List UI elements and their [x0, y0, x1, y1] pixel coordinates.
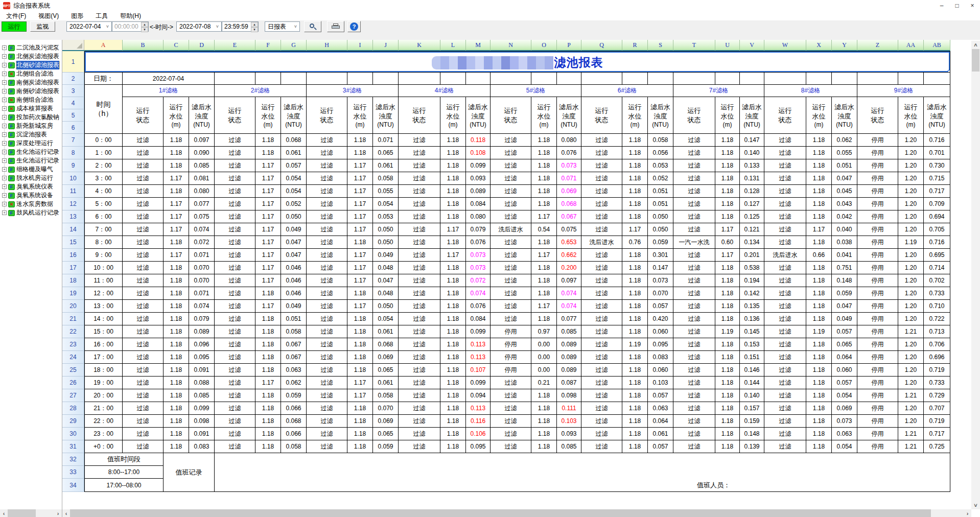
cell[interactable]: 1.17: [255, 274, 281, 287]
cell[interactable]: 1.18: [440, 300, 466, 313]
cell[interactable]: 1.18: [531, 134, 557, 147]
cell[interactable]: 0.066: [281, 402, 307, 415]
cell[interactable]: 0.074: [466, 287, 491, 300]
cell[interactable]: 停用: [857, 402, 898, 415]
cell[interactable]: 0.073: [466, 249, 491, 262]
cell[interactable]: 0.717: [924, 428, 950, 440]
cell[interactable]: 过滤: [399, 210, 440, 223]
cell[interactable]: 0.075: [557, 223, 581, 236]
expand-icon[interactable]: +: [2, 115, 7, 120]
cell[interactable]: 停用: [857, 440, 898, 453]
cell[interactable]: 过滤: [764, 134, 806, 147]
cell[interactable]: 过滤: [764, 364, 806, 377]
cell[interactable]: 0.073: [557, 159, 581, 172]
cell[interactable]: 过滤: [764, 198, 806, 210]
time-cell[interactable]: 14：00: [84, 313, 123, 325]
cell[interactable]: 1.20: [898, 300, 924, 313]
expand-icon[interactable]: +: [2, 132, 7, 137]
filter-group-header-6[interactable]: 6#滤格: [581, 85, 673, 97]
time-cell[interactable]: 18：00: [84, 364, 123, 377]
cell[interactable]: 1.18: [347, 402, 373, 415]
cell[interactable]: 停用: [857, 338, 898, 351]
cell[interactable]: 1.20: [898, 415, 924, 428]
cell[interactable]: 过滤: [764, 172, 806, 185]
row-header-2[interactable]: 2: [62, 73, 84, 85]
cell[interactable]: 0.093: [557, 428, 581, 440]
cell[interactable]: 0.099: [466, 377, 491, 389]
expand-icon[interactable]: +: [2, 72, 7, 76]
cell[interactable]: 1.17: [164, 172, 189, 185]
cell[interactable]: 0.051: [648, 185, 673, 198]
cell[interactable]: 过滤: [673, 223, 715, 236]
cell[interactable]: 0.085: [557, 440, 581, 453]
cell[interactable]: 1.17: [715, 223, 740, 236]
cell[interactable]: 0.060: [648, 325, 673, 338]
scroll-right-icon[interactable]: ›: [964, 509, 971, 517]
duty-shift-night-cell[interactable]: 17:00--08:00: [84, 479, 164, 492]
cell[interactable]: 0.00: [531, 364, 557, 377]
cell[interactable]: 过滤: [307, 389, 347, 402]
cell[interactable]: 0.091: [189, 428, 215, 440]
tree-item-18[interactable]: +✕送水泵房数据: [0, 200, 62, 208]
cell[interactable]: 0.073: [832, 415, 857, 428]
cell[interactable]: 过滤: [307, 313, 347, 325]
cell[interactable]: 0.064: [832, 351, 857, 364]
cell[interactable]: 洗后进水: [764, 249, 806, 262]
cell[interactable]: 过滤: [399, 249, 440, 262]
cell[interactable]: 停用: [857, 377, 898, 389]
cell[interactable]: 1.17: [164, 198, 189, 210]
cell[interactable]: 1.18: [622, 389, 648, 402]
subheader-level[interactable]: 运行水位(m): [622, 97, 648, 134]
cell[interactable]: 1.20: [898, 249, 924, 262]
cell[interactable]: 0.084: [466, 313, 491, 325]
cell[interactable]: 1.18: [806, 274, 832, 287]
cell[interactable]: 停用: [857, 428, 898, 440]
cell[interactable]: 1.18: [440, 185, 466, 198]
cell[interactable]: 0.065: [373, 428, 399, 440]
cell[interactable]: 1.18: [622, 159, 648, 172]
cell[interactable]: 1.18: [806, 262, 832, 274]
cell[interactable]: 0.095: [189, 351, 215, 364]
time-cell[interactable]: 9：00: [84, 249, 123, 262]
row-header-1[interactable]: 1: [62, 51, 84, 73]
row-header-7[interactable]: 7: [62, 134, 84, 147]
cell[interactable]: 过滤: [399, 159, 440, 172]
tree-item-17[interactable]: +F臭氧系统设备: [0, 191, 62, 200]
cell[interactable]: 0.60: [715, 236, 740, 249]
cell[interactable]: 过滤: [215, 236, 255, 249]
cell[interactable]: 1.17: [715, 249, 740, 262]
duty-period-cell[interactable]: 值班时间段: [84, 453, 164, 466]
cell[interactable]: 0.148: [832, 274, 857, 287]
time-cell[interactable]: 0：00: [84, 134, 123, 147]
cell[interactable]: 过滤: [764, 236, 806, 249]
column-header-Z[interactable]: Z: [857, 40, 898, 51]
cell[interactable]: 1.18: [622, 185, 648, 198]
cell[interactable]: 1.18: [164, 364, 189, 377]
cell[interactable]: 1.20: [898, 223, 924, 236]
cell[interactable]: 1.19: [715, 325, 740, 338]
cell[interactable]: 0.099: [189, 402, 215, 415]
cell[interactable]: 过滤: [307, 249, 347, 262]
row-header-3[interactable]: 3: [62, 85, 84, 97]
cell[interactable]: 0.057: [281, 159, 307, 172]
cell[interactable]: 过滤: [399, 185, 440, 198]
tree-item-19[interactable]: +F鼓风机运行记录: [0, 208, 62, 217]
cell[interactable]: 过滤: [581, 262, 622, 274]
cell[interactable]: 0.079: [189, 313, 215, 325]
cell[interactable]: 0.729: [924, 389, 950, 402]
cell[interactable]: 1.18: [806, 338, 832, 351]
cell[interactable]: 0.733: [924, 377, 950, 389]
cell[interactable]: 1.18: [715, 134, 740, 147]
cell[interactable]: [857, 73, 898, 85]
cell[interactable]: 1.18: [440, 236, 466, 249]
cell[interactable]: 过滤: [764, 325, 806, 338]
cell[interactable]: 1.20: [898, 377, 924, 389]
cell[interactable]: 1.18: [806, 428, 832, 440]
cell[interactable]: 0.048: [373, 262, 399, 274]
subheader-status[interactable]: 运行状态: [123, 97, 164, 134]
cell[interactable]: 1.20: [898, 134, 924, 147]
cell[interactable]: 过滤: [123, 415, 164, 428]
cell[interactable]: 1.18: [622, 287, 648, 300]
cell[interactable]: 0.083: [648, 351, 673, 364]
cell[interactable]: 1.20: [898, 313, 924, 325]
